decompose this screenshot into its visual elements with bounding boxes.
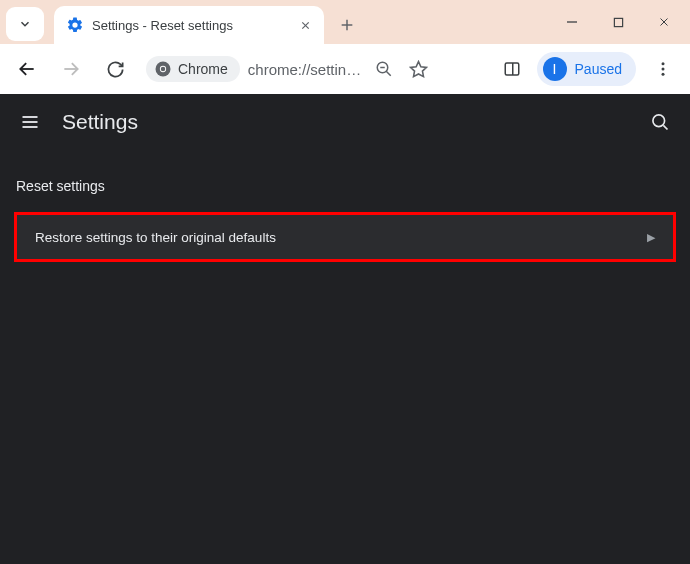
window-controls (550, 4, 686, 40)
new-tab-button[interactable] (332, 10, 362, 40)
hamburger-icon (20, 112, 40, 132)
overflow-menu-button[interactable] (646, 52, 680, 86)
settings-search-button[interactable] (648, 110, 672, 134)
maximize-button[interactable] (596, 4, 640, 40)
close-icon (658, 16, 670, 28)
settings-header: Settings (0, 94, 690, 150)
minimize-button[interactable] (550, 4, 594, 40)
zoom-button[interactable] (369, 54, 399, 84)
svg-point-25 (653, 115, 665, 127)
chrome-icon (154, 60, 172, 78)
forward-button[interactable] (54, 52, 88, 86)
reload-button[interactable] (98, 52, 132, 86)
profile-status-label: Paused (575, 61, 622, 77)
avatar: I (543, 57, 567, 81)
menu-button[interactable] (18, 110, 42, 134)
svg-point-21 (662, 73, 665, 76)
gear-icon (66, 16, 84, 34)
restore-defaults-row[interactable]: Restore settings to their original defau… (14, 212, 676, 262)
side-panel-button[interactable] (497, 54, 527, 84)
search-icon (650, 112, 670, 132)
maximize-icon (613, 17, 624, 28)
url-text: chrome://settin… (244, 61, 365, 78)
panel-icon (503, 60, 521, 78)
back-button[interactable] (10, 52, 44, 86)
svg-point-19 (662, 62, 665, 65)
svg-line-26 (663, 125, 667, 129)
chrome-chip[interactable]: Chrome (146, 56, 240, 82)
zoom-out-icon (375, 60, 393, 78)
browser-toolbar: Chrome chrome://settin… I Paused (0, 44, 690, 94)
close-icon (300, 20, 311, 31)
profile-chip[interactable]: I Paused (537, 52, 636, 86)
page-title: Settings (62, 110, 138, 134)
arrow-right-icon (61, 59, 81, 79)
chevron-right-icon: ▶ (647, 231, 655, 244)
plus-icon (339, 17, 355, 33)
tab-title: Settings - Reset settings (92, 18, 288, 33)
close-window-button[interactable] (642, 4, 686, 40)
settings-page: Settings Reset settings Restore settings… (0, 94, 690, 564)
svg-point-12 (161, 67, 166, 72)
tabs-dropdown-button[interactable] (6, 7, 44, 41)
svg-rect-5 (614, 18, 622, 26)
bookmark-button[interactable] (403, 54, 433, 84)
tab-close-button[interactable] (296, 16, 314, 34)
arrow-left-icon (17, 59, 37, 79)
svg-line-14 (386, 71, 391, 76)
svg-marker-16 (410, 61, 426, 76)
svg-point-20 (662, 68, 665, 71)
section-title: Reset settings (14, 178, 676, 194)
chrome-chip-label: Chrome (178, 61, 228, 77)
reload-icon (106, 60, 125, 79)
minimize-icon (566, 16, 578, 28)
omnibox[interactable]: Chrome chrome://settin… (142, 51, 439, 87)
settings-content: Reset settings Restore settings to their… (0, 150, 690, 262)
chevron-down-icon (18, 17, 32, 31)
restore-defaults-label: Restore settings to their original defau… (35, 230, 276, 245)
star-icon (409, 60, 428, 79)
active-tab[interactable]: Settings - Reset settings (54, 6, 324, 44)
dots-vertical-icon (654, 60, 672, 78)
